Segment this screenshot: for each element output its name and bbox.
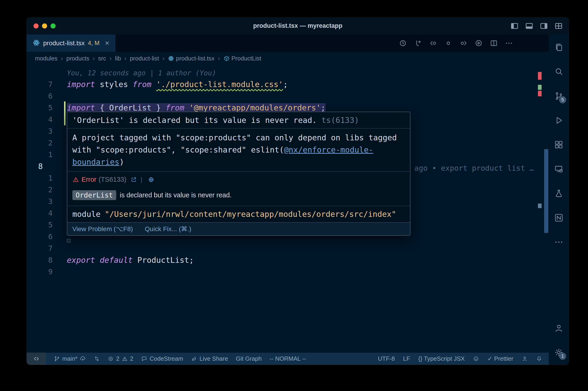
hover-resize-grip[interactable]: [67, 239, 71, 243]
status-prettier[interactable]: ✓ Prettier: [487, 353, 513, 365]
breadcrumb-item-src[interactable]: src: [98, 55, 106, 62]
line-number[interactable]: 7: [27, 79, 67, 90]
code-line[interactable]: You, 12 seconds ago | 1 author (You): [67, 67, 216, 79]
prev-change-button[interactable]: [429, 39, 437, 47]
quick-fix-action[interactable]: Quick Fix... (⌘.): [145, 225, 191, 233]
layout-sidebar-left-icon: [510, 22, 519, 30]
activity-bar-item-search[interactable]: [552, 65, 565, 78]
changes-button[interactable]: [444, 39, 452, 47]
status-copilot[interactable]: [473, 353, 479, 365]
breadcrumb-label: product-list: [130, 55, 159, 62]
line-number[interactable]: 1: [27, 172, 67, 184]
layout-panel-icon: [525, 22, 534, 30]
next-change-button[interactable]: [459, 39, 468, 47]
code-token: ProductList;: [133, 255, 194, 265]
customize-layout-button[interactable]: [554, 22, 563, 30]
code-row: 9: [27, 266, 549, 278]
line-number[interactable]: 8: [27, 161, 67, 172]
line-number[interactable]: 7: [27, 243, 67, 254]
close-tab-button[interactable]: ×: [105, 39, 109, 47]
code-line[interactable]: export default ProductList;: [67, 254, 194, 266]
scrollbar-slider[interactable]: [544, 149, 548, 233]
status-problems[interactable]: 22: [108, 353, 133, 365]
line-number[interactable]: 1: [27, 149, 67, 161]
minimize-window-button[interactable]: [42, 23, 47, 28]
line-number[interactable]: 6: [27, 90, 67, 102]
activity-bar-bottom: 1: [552, 322, 565, 359]
run-file-button[interactable]: [475, 39, 483, 47]
close-window-button[interactable]: [34, 23, 39, 28]
hover-error-code: (TS6133): [98, 176, 126, 183]
activity-bar-item-source-control[interactable]: 5: [552, 90, 565, 102]
breadcrumb-item-lib[interactable]: lib: [115, 55, 121, 62]
status-remote-indicator[interactable]: [27, 353, 46, 365]
overview-ruler-mark: [538, 72, 542, 80]
line-number[interactable]: 4: [27, 114, 67, 125]
breadcrumb-item-product-list[interactable]: product-list: [130, 55, 159, 62]
breadcrumb-item-product-list-tsx[interactable]: product-list.tsx: [168, 55, 215, 62]
status-live-share[interactable]: Live Share: [191, 353, 228, 365]
split-editor-button[interactable]: [490, 39, 498, 47]
activity-bar-item-accounts[interactable]: [552, 322, 565, 334]
hover-chip-message: is declared but its value is never read.: [120, 191, 232, 199]
more-actions-button[interactable]: [505, 39, 513, 47]
line-number[interactable]: 5: [27, 219, 67, 231]
traffic-lights: [27, 23, 56, 28]
breadcrumb-item-products[interactable]: products: [66, 55, 89, 62]
line-number[interactable]: 6: [27, 231, 67, 243]
tab-product-list[interactable]: product-list.tsx 4, M ×: [27, 34, 116, 52]
status-branch[interactable]: main*: [54, 353, 86, 365]
warning-icon: [72, 176, 79, 183]
line-number[interactable]: 3: [27, 125, 67, 137]
status-vim-mode[interactable]: -- NORMAL --: [269, 353, 306, 365]
activity-bar-item-remote-explorer[interactable]: [552, 163, 565, 176]
activity-bar-item-testing[interactable]: [552, 187, 565, 200]
status-language-mode[interactable]: {} TypeScript JSX: [418, 353, 465, 365]
activity-bar-item-explorer[interactable]: [552, 41, 565, 54]
activity-bar-item-extensions[interactable]: [552, 138, 565, 151]
ellipsis-icon: [554, 237, 564, 247]
line-number[interactable]: 2: [27, 137, 67, 149]
status-eol[interactable]: LF: [403, 353, 410, 365]
code-line[interactable]: import styles from './product-list.modul…: [67, 79, 288, 90]
status-git-graph[interactable]: Git Graph: [236, 353, 262, 365]
remote-icon: [554, 164, 564, 174]
timeline-button[interactable]: [399, 39, 407, 47]
titlebar[interactable]: product-list.tsx — myreactapp: [27, 17, 569, 34]
line-number[interactable]: 8: [27, 254, 67, 266]
branch-icon: [54, 356, 60, 362]
line-number[interactable]: [27, 67, 67, 79]
breadcrumb-item-productlist[interactable]: ProductList: [224, 55, 261, 62]
activity-bar-item-nx-console[interactable]: [552, 211, 565, 224]
line-number[interactable]: 5: [27, 102, 67, 114]
status-notifications[interactable]: [536, 353, 542, 365]
overview-ruler[interactable]: [538, 65, 549, 353]
code-token: styles: [95, 80, 133, 89]
view-problem-action[interactable]: View Problem (⌥F8): [72, 225, 133, 233]
zoom-window-button[interactable]: [51, 23, 56, 28]
line-number[interactable]: 4: [27, 207, 67, 219]
breadcrumb-label: lib: [115, 55, 121, 62]
breadcrumb-item-modules[interactable]: modules: [35, 55, 57, 62]
globe-icon[interactable]: [148, 177, 154, 183]
compare-branches-icon: [414, 39, 422, 47]
toggle-secondary-sidebar-button[interactable]: [540, 22, 548, 30]
toggle-panel-button[interactable]: [525, 22, 534, 30]
compare-branches-button[interactable]: [414, 39, 422, 47]
status-feedback[interactable]: [522, 353, 528, 365]
toggle-primary-sidebar-button[interactable]: [510, 22, 519, 30]
status-gitlens-compare[interactable]: [94, 353, 100, 365]
status-codestream[interactable]: CodeStream: [141, 353, 183, 365]
status-encoding[interactable]: UTF-8: [378, 353, 395, 365]
search-icon: [554, 67, 564, 77]
activity-bar-item-additional-views[interactable]: [552, 236, 565, 249]
editor[interactable]: You, 12 seconds ago | 1 author (You)7imp…: [27, 65, 549, 353]
external-link-icon[interactable]: [130, 177, 137, 183]
activity-bar-item-settings[interactable]: 1: [552, 346, 565, 359]
line-number[interactable]: 2: [27, 184, 67, 196]
breadcrumb-separator: ›: [60, 55, 63, 62]
line-number[interactable]: 3: [27, 196, 67, 207]
activity-bar-item-run-and-debug[interactable]: [552, 114, 565, 127]
overview-ruler-mark: [538, 91, 542, 96]
line-number[interactable]: 9: [27, 266, 67, 278]
